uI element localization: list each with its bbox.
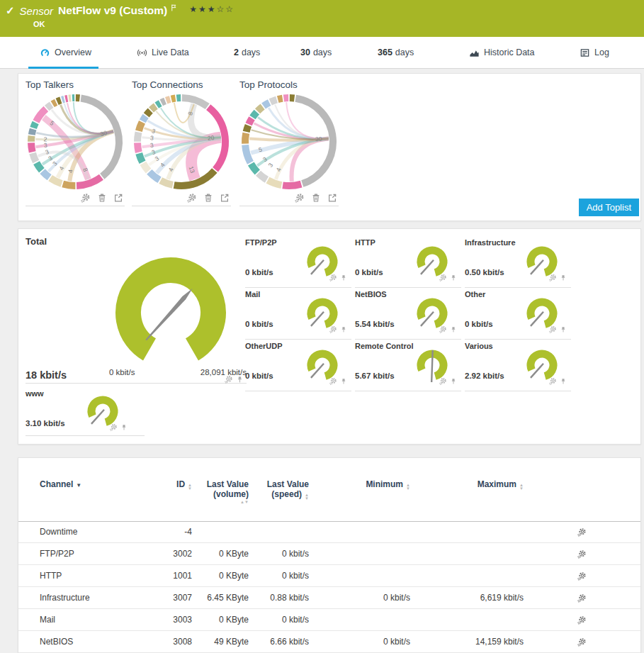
cell-id: 3003 [164,615,192,625]
channel-settings-gear-icon[interactable] [577,615,587,625]
column-header-last-value-speed[interactable]: Last Value (speed)▲▼ [249,479,309,504]
gauge-cell-http: HTTP0 kbit/s [355,237,461,288]
channel-settings-gear-icon[interactable] [577,593,587,603]
cell-last-value-volume: 0 KByte [192,549,249,559]
priority-stars[interactable]: ★★★☆☆ [189,4,235,14]
gauge-pin-icon[interactable] [560,378,567,385]
table-row-infrastructure: Infrastructure30076.45 KByte0.88 kbit/s0… [18,587,640,609]
column-header-channel[interactable]: Channel▼ [40,479,164,504]
svg-text:3: 3 [149,141,154,149]
cell-last-value-volume: 0 KByte [192,571,249,581]
toplist-open-external-link-icon[interactable] [113,193,123,203]
toplist-settings-gear-icon[interactable] [295,193,305,203]
tab-30-days[interactable]: 30days [300,37,332,68]
gauge-settings-gear-icon[interactable] [110,423,118,431]
gauge-pin-icon[interactable] [236,376,244,384]
historic-chart-icon [469,48,480,58]
channel-settings-gear-icon[interactable] [577,637,587,647]
toplist-top-talkers: Top Talkers 30844333325 [26,79,125,206]
toplist-settings-gear-icon[interactable] [81,193,91,203]
channel-settings-gear-icon[interactable] [577,571,587,581]
gauge-cell-mail: Mail0 kbit/s [245,289,351,340]
column-header-last-value-volume[interactable]: Last Value (volume) ▲▼ [192,479,249,504]
toplist-top-protocols: Top Protocols 304335 [239,79,339,206]
toplist-open-external-link-icon[interactable] [327,193,337,203]
gauge-settings-gear-icon[interactable] [439,325,447,333]
gauge-pin-icon[interactable] [340,326,347,333]
gauge-cell-otherudp: OtherUDP0 kbit/s [245,340,351,391]
channel-gauge-value: 0 kbit/s [245,320,273,328]
column-header-minimum[interactable]: Minimum▲▼ [309,479,410,504]
gauge-settings-gear-icon[interactable] [549,377,557,385]
gauge-pin-icon[interactable] [120,424,128,431]
prtg-sensor-page: ✓ Sensor NetFlow v9 (Custom) ★★★☆☆ OK Ov… [0,0,644,653]
sort-icon[interactable]: ▲▼ [195,501,249,504]
toplist-delete-trash-icon[interactable] [311,193,321,203]
gauge-pin-icon[interactable] [450,378,457,385]
toplist-chart-top-talkers[interactable]: 30844333325 [26,92,125,191]
toplist-delete-trash-icon[interactable] [203,193,213,203]
column-header-maximum[interactable]: Maximum▲▼ [410,479,524,504]
gauge-cell-ftp-p2p: FTP/P2P0 kbit/s [245,237,351,288]
gauge-pin-icon[interactable] [560,326,567,333]
cell-id: 3008 [164,637,192,647]
flag-icon[interactable] [170,4,178,12]
gauge-pin-icon[interactable] [450,274,457,281]
gauge-cell-infrastructure: Infrastructure0.50 kbit/s [465,237,571,288]
column-header-id[interactable]: ID▲▼ [164,479,192,504]
channel-gauge-grid: FTP/P2P0 kbit/sHTTP0 kbit/sInfrastructur… [245,237,571,391]
gauge-settings-gear-icon[interactable] [439,377,447,385]
gauge-pin-icon[interactable] [340,378,347,385]
gauge-icon [40,48,50,58]
table-row-http: HTTP10010 KByte0 kbit/s [18,565,640,587]
cell-last-value-volume: 6.45 KByte [192,593,249,603]
gauge-settings-gear-icon[interactable] [329,325,337,333]
tab-overview[interactable]: Overview [40,37,91,68]
channel-settings-gear-icon[interactable] [577,549,587,559]
toplist-open-external-link-icon[interactable] [220,193,230,203]
toplist-settings-gear-icon[interactable] [187,193,197,203]
gauge-settings-gear-icon[interactable] [329,377,337,385]
table-row-downtime: Downtime-4 [18,521,640,543]
channel-gauge-value: 3.10 kbit/s [26,419,65,428]
sort-desc-icon[interactable]: ▼ [76,482,81,489]
gauge-settings-gear-icon[interactable] [329,274,337,281]
gauge-cell-netbios: NetBIOS5.54 kbit/s [355,289,461,340]
sensor-header: ✓ Sensor NetFlow v9 (Custom) ★★★☆☆ OK [0,0,644,37]
toplist-delete-trash-icon[interactable] [97,193,107,203]
cell-last-value-speed: 6.66 kbit/s [249,637,309,647]
gauge-settings-gear-icon[interactable] [225,375,233,384]
gauge-settings-gear-icon[interactable] [549,325,557,333]
cell-channel: Infrastructure [40,593,164,603]
gauge-settings-gear-icon[interactable] [549,274,557,281]
channel-gauge-label: Mail [245,290,260,298]
cell-maximum: 14,159 kbit/s [410,637,524,647]
tab-live-data[interactable]: Live Data [137,37,189,68]
gauge-pin-icon[interactable] [560,274,567,281]
gauge-cell-www: www 3.10 kbit/s [26,389,145,436]
toplist-chart-top-connections[interactable]: 820134433333 [132,92,231,191]
cell-id: 3007 [164,593,192,603]
channel-gauge-label: www [26,389,44,398]
toplist-chart-top-protocols[interactable]: 304335 [239,92,339,191]
svg-text:20: 20 [207,134,215,142]
tab-log[interactable]: Log [580,37,609,68]
add-toplist-button[interactable]: Add Toplist [579,199,639,216]
cell-id: 1001 [164,571,192,581]
gauge-pin-icon[interactable] [340,274,347,281]
table-row-ftp-p2p: FTP/P2P30020 KByte0 kbit/s [18,543,640,565]
gauge-settings-gear-icon[interactable] [439,274,447,281]
live-signal-icon [137,48,147,58]
tab-2-days[interactable]: 2days [234,37,260,68]
tab-historic-data[interactable]: Historic Data [469,37,535,68]
toplists-card: Top Talkers 30844333325 Top Connections … [18,73,641,221]
cell-last-value-speed: 0.88 kbit/s [249,593,309,603]
channel-settings-gear-icon[interactable] [577,528,587,537]
object-kind-label: Sensor [20,5,54,17]
tab-365-days[interactable]: 365days [378,37,414,68]
gauge-pin-icon[interactable] [450,326,457,333]
sensor-title: NetFlow v9 (Custom) [58,4,167,17]
channel-gauge-value: 5.67 kbit/s [355,372,395,380]
cell-channel: FTP/P2P [40,549,164,559]
gauge-cell-various: Various2.92 kbit/s [465,340,571,391]
